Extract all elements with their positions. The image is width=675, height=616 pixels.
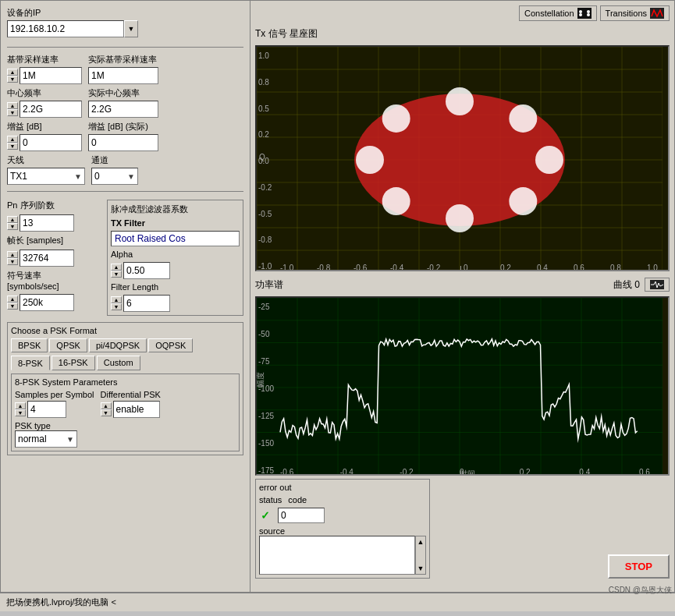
diff-psk-block: Differential PSK ▲ ▼ xyxy=(101,390,161,418)
samples-per-symbol-up[interactable]: ▲ xyxy=(15,402,26,409)
ip-input[interactable] xyxy=(7,20,124,37)
psk-tab-qpsk[interactable]: QPSK xyxy=(49,338,87,352)
psk-tab-8psk[interactable]: 8-PSK xyxy=(11,356,50,370)
gain-up[interactable]: ▲ xyxy=(7,136,18,143)
gain-input[interactable] xyxy=(20,134,82,151)
center-freq-label: 中心频率 xyxy=(7,87,82,99)
channel-block: 通道 0 ▼ xyxy=(91,154,138,185)
error-code-input[interactable] xyxy=(278,508,325,523)
psk-tab-16psk[interactable]: 16-PSK xyxy=(52,356,95,370)
actual-gain-block: 增益 [dB] (实际) xyxy=(88,121,158,151)
sample-rate-up[interactable]: ▲ xyxy=(7,69,18,76)
ip-combo: ▼ xyxy=(7,20,243,37)
diff-psk-btns: ▲ ▼ xyxy=(101,402,112,416)
pn-order-input[interactable] xyxy=(20,214,74,232)
alpha-input[interactable] xyxy=(123,262,170,279)
transitions-icon xyxy=(650,8,664,19)
samples-per-symbol-input[interactable] xyxy=(27,401,66,418)
pn-order-label: Pn 序列阶数 xyxy=(7,200,101,211)
actual-center-freq-input[interactable] xyxy=(88,101,158,118)
sample-rate-spinner-btns: ▲ ▼ xyxy=(7,69,18,83)
ip-section: 设备的IP ▼ xyxy=(7,7,243,37)
source-textarea[interactable] xyxy=(259,536,415,575)
sample-rate-input[interactable] xyxy=(20,67,82,84)
transitions-button[interactable]: Transitions xyxy=(600,5,670,21)
alpha-label: Alpha xyxy=(111,250,240,259)
psk-type-select[interactable]: normal ▼ xyxy=(15,430,77,448)
alpha-up[interactable]: ▲ xyxy=(111,264,122,271)
left-panel: 设备的IP ▼ 基带采样速率 ▲ ▼ 实际基带采样速率 xyxy=(1,1,250,592)
actual-gain-label: 增益 [dB] (实际) xyxy=(88,121,158,133)
sample-rate-down[interactable]: ▼ xyxy=(7,76,18,83)
pulse-filter-label: 脉冲成型滤波器系数 xyxy=(111,204,240,215)
constellation-btn-label: Constellation xyxy=(524,9,574,18)
constellation-icon xyxy=(577,8,592,19)
divider-1 xyxy=(7,47,243,48)
svg-point-2 xyxy=(587,10,590,13)
symbol-rate-down[interactable]: ▼ xyxy=(7,303,18,310)
diff-psk-down[interactable]: ▼ xyxy=(101,409,112,416)
svg-rect-0 xyxy=(577,9,592,18)
gain-down[interactable]: ▼ xyxy=(7,143,18,150)
center-freq-input[interactable] xyxy=(20,101,82,118)
alpha-down[interactable]: ▼ xyxy=(111,271,122,278)
diff-psk-up[interactable]: ▲ xyxy=(101,402,112,409)
filter-length-up[interactable]: ▲ xyxy=(111,296,122,303)
diff-psk-spinner: ▲ ▼ xyxy=(101,401,161,418)
frame-spinner: ▲ ▼ xyxy=(7,250,101,267)
error-box: error out status code ✓ source xyxy=(255,479,430,579)
svg-point-1 xyxy=(579,10,582,13)
power-chart-btn[interactable] xyxy=(645,278,670,292)
psk-tab-bpsk[interactable]: BPSK xyxy=(11,338,48,352)
frame-up[interactable]: ▲ xyxy=(7,251,18,258)
samples-per-symbol-spinner: ▲ ▼ xyxy=(15,401,94,418)
channel-combo[interactable]: 0 ▼ xyxy=(91,168,138,185)
psk-tab-pi4dqpsk[interactable]: pi/4DQPSK xyxy=(89,338,147,352)
ip-dropdown-arrow[interactable]: ▼ xyxy=(124,20,138,37)
tx-filter-label: TX Filter xyxy=(111,218,240,228)
source-scrollbar[interactable]: ▲ ▼ xyxy=(415,536,426,575)
center-freq-up[interactable]: ▲ xyxy=(7,102,18,109)
pn-order-down[interactable]: ▼ xyxy=(7,223,18,230)
stop-button[interactable]: STOP xyxy=(608,554,670,579)
pn-section: Pn 序列阶数 ▲ ▼ 帧长 [samples] ▲ ▼ 符号速 xyxy=(7,200,101,316)
svg-point-3 xyxy=(579,13,582,16)
symbol-rate-spinner: ▲ ▼ xyxy=(7,294,101,311)
frame-btns: ▲ ▼ xyxy=(7,251,18,265)
power-curve-label: 曲线 0 xyxy=(613,278,640,292)
actual-sample-rate-input[interactable] xyxy=(88,67,158,84)
psk-tab-oqpsk[interactable]: OQPSK xyxy=(148,338,193,352)
right-panel: Constellation Transitions xyxy=(250,1,674,592)
channel-arrow: ▼ xyxy=(127,172,135,181)
pn-order-up[interactable]: ▲ xyxy=(7,216,18,223)
pulse-section: Pn 序列阶数 ▲ ▼ 帧长 [samples] ▲ ▼ 符号速 xyxy=(7,200,243,316)
filter-length-down[interactable]: ▼ xyxy=(111,303,122,310)
antenna-label: 天线 xyxy=(7,154,85,166)
center-freq-spinner: ▲ ▼ xyxy=(7,101,82,118)
symbol-rate-input[interactable] xyxy=(20,294,74,311)
sample-rate-label: 基带采样速率 xyxy=(7,54,82,65)
pn-order-btns: ▲ ▼ xyxy=(7,216,18,230)
samples-per-symbol-down[interactable]: ▼ xyxy=(15,409,26,416)
frame-input[interactable] xyxy=(20,250,74,267)
frame-down[interactable]: ▼ xyxy=(7,258,18,265)
psk-section: Choose a PSK Format BPSK QPSK pi/4DQPSK … xyxy=(7,322,243,455)
diff-psk-input[interactable] xyxy=(113,401,160,418)
psk-tab-custom[interactable]: Custom xyxy=(97,356,140,370)
filter-length-input[interactable] xyxy=(123,295,170,312)
actual-gain-input[interactable] xyxy=(88,134,158,151)
power-chart-icon xyxy=(650,280,664,289)
channel-label: 通道 xyxy=(91,154,138,166)
antenna-combo[interactable]: TX1 ▼ xyxy=(7,168,85,185)
symbol-rate-up[interactable]: ▲ xyxy=(7,296,18,303)
power-controls: 曲线 0 xyxy=(613,278,670,292)
antenna-arrow: ▼ xyxy=(74,172,82,181)
actual-sample-rate-label: 实际基带采样速率 xyxy=(88,54,158,65)
frame-label: 帧长 [samples] xyxy=(7,235,101,246)
constellation-chart xyxy=(255,45,670,271)
samples-per-symbol-btns: ▲ ▼ xyxy=(15,402,26,416)
center-freq-down[interactable]: ▼ xyxy=(7,109,18,116)
constellation-button[interactable]: Constellation xyxy=(519,5,597,21)
filter-name: Root Raised Cos xyxy=(111,231,240,246)
gain-label: 增益 [dB] xyxy=(7,121,82,133)
